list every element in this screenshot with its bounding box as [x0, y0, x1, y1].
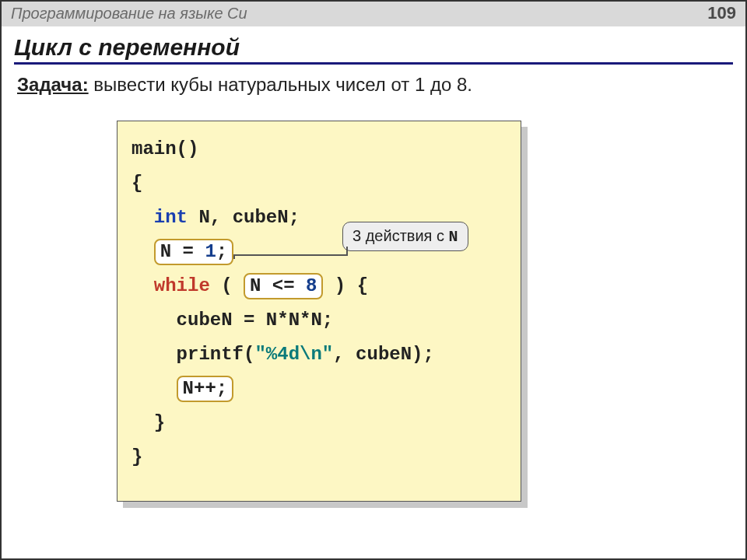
code-l1: main() — [132, 138, 198, 159]
code-l3b: N, cubeN; — [188, 207, 300, 228]
fmt-string: "%4d\n" — [254, 344, 333, 365]
code-l10: } — [132, 446, 142, 467]
callout-text: 3 действия с — [352, 227, 449, 244]
code-l2: { — [132, 173, 142, 194]
slide-header: Программирование на языке Си 109 — [0, 0, 747, 26]
page-number: 109 — [707, 3, 736, 23]
connector-3 — [233, 254, 235, 259]
code-block: main() { int N, cubeN; N = 1; while ( N … — [117, 121, 521, 502]
task-text: вывести кубы натуральных чисел от 1 до 8… — [89, 74, 472, 95]
code-l7a: printf( — [132, 344, 254, 365]
code-l5c: ) { — [323, 275, 368, 296]
connector-2 — [233, 254, 348, 256]
code-box: main() { int N, cubeN; N = 1; while ( N … — [117, 121, 521, 502]
code-l6: cubeN = N*N*N; — [132, 310, 333, 331]
code-l7b: , cubeN); — [333, 344, 434, 365]
task-label: Задача: — [17, 74, 89, 95]
callout-3-actions: 3 действия с N — [342, 222, 468, 251]
hl-init: N = 1; — [154, 239, 233, 265]
code-l5a — [132, 275, 154, 296]
callout-var: N — [449, 228, 458, 246]
kw-int: int — [154, 207, 188, 228]
code-l8a — [132, 378, 177, 399]
code-l3a — [132, 207, 154, 228]
code-l9: } — [132, 412, 165, 433]
slide-title: Цикл с переменной — [14, 34, 733, 65]
task-line: Задача: вывести кубы натуральных чисел о… — [17, 74, 730, 96]
code-l5b: ( — [210, 275, 244, 296]
code-l4a — [132, 241, 154, 262]
kw-while: while — [154, 275, 210, 296]
hl-inc: N++; — [177, 376, 234, 402]
hl-cond: N <= 8 — [244, 273, 323, 299]
subject-label: Программирование на языке Си — [11, 5, 247, 23]
